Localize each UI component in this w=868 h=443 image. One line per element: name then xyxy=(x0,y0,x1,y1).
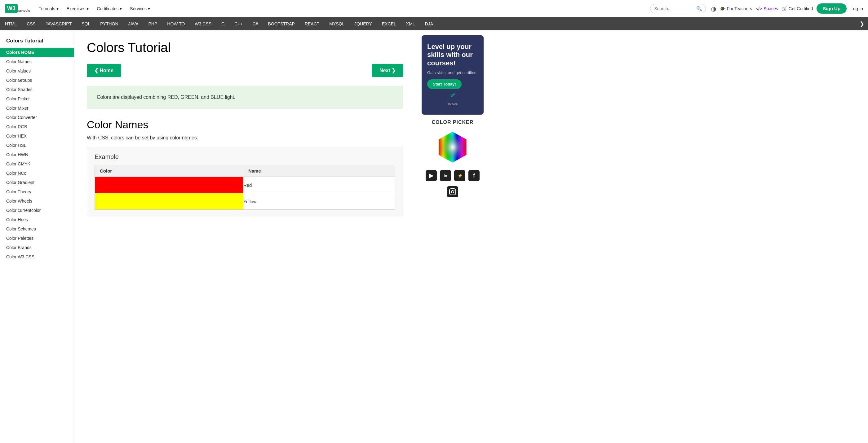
color-swatch xyxy=(95,177,243,193)
sidebar-item-color-w3css[interactable]: Color W3.CSS xyxy=(0,252,74,262)
get-certified-link[interactable]: 🛒 Get Certified xyxy=(782,6,813,11)
color-picker-icon xyxy=(436,130,470,164)
lang-bar-next-arrow[interactable]: ❯ xyxy=(856,21,868,27)
main-layout: Colors Tutorial Colors HOME Color Names … xyxy=(0,30,868,443)
sidebar: Colors Tutorial Colors HOME Color Names … xyxy=(0,30,74,443)
sidebar-item-color-hsl[interactable]: Color HSL xyxy=(0,141,74,150)
lang-w3css[interactable]: W3.CSS xyxy=(190,18,216,30)
right-sidebar: Level up your skills with our courses! G… xyxy=(415,30,490,443)
color-name-cell: Yellow xyxy=(243,193,395,210)
nav-services[interactable]: Services ▾ xyxy=(126,4,154,13)
sidebar-item-color-wheels[interactable]: Color Wheels xyxy=(0,196,74,206)
sidebar-item-color-shades[interactable]: Color Shades xyxy=(0,85,74,94)
sidebar-item-colors-home[interactable]: Colors HOME xyxy=(0,48,74,57)
ad-logo: W3 schools xyxy=(427,93,478,109)
section-desc: With CSS, colors can be set by using col… xyxy=(87,135,403,141)
ad-subtitle: Gain skills, and get certified. xyxy=(427,70,478,75)
lang-java[interactable]: JAVA xyxy=(123,18,144,30)
sidebar-item-color-rgb[interactable]: Color RGB xyxy=(0,122,74,131)
svg-point-6 xyxy=(454,190,455,190)
linkedin-icon[interactable]: in xyxy=(440,170,451,181)
lang-sql[interactable]: SQL xyxy=(76,18,95,30)
sidebar-item-color-mixer[interactable]: Color Mixer xyxy=(0,103,74,113)
svg-rect-4 xyxy=(450,189,456,195)
youtube-icon[interactable]: ▶ xyxy=(426,170,437,181)
table-row: Yellow xyxy=(95,193,395,210)
top-nav: W3 schools Tutorials ▾ Exercises ▾ Certi… xyxy=(0,0,868,18)
ad-logo-text: W3 xyxy=(451,94,455,97)
discord-icon[interactable]: ⚡ xyxy=(454,170,465,181)
sidebar-item-color-theory[interactable]: Color Theory xyxy=(0,187,74,196)
table-header-color: Color xyxy=(95,165,243,177)
facebook-icon[interactable]: f xyxy=(468,170,479,181)
logo[interactable]: W3 schools xyxy=(5,4,30,13)
info-box: Colors are displayed combining RED, GREE… xyxy=(87,86,403,109)
sidebar-item-color-cmyk[interactable]: Color CMYK xyxy=(0,159,74,169)
spaces-link[interactable]: </> Spaces xyxy=(756,6,778,11)
login-button[interactable]: Log in xyxy=(850,6,863,11)
sidebar-item-color-names[interactable]: Color Names xyxy=(0,57,74,66)
sidebar-item-color-currentcolor[interactable]: Color currentcolor xyxy=(0,206,74,215)
sidebar-item-color-hwb[interactable]: Color HWB xyxy=(0,150,74,159)
main-content: Colors Tutorial ❮ Home Next ❯ Colors are… xyxy=(74,30,415,443)
ad-start-button[interactable]: Start Today! xyxy=(427,79,462,89)
info-text: Colors are displayed combining RED, GREE… xyxy=(97,95,235,100)
nav-menu: Tutorials ▾ Exercises ▾ Certificates ▾ S… xyxy=(35,4,648,13)
nav-buttons: ❮ Home Next ❯ xyxy=(87,64,403,77)
instagram-icon[interactable] xyxy=(447,186,458,197)
spaces-icon: </> xyxy=(756,6,762,11)
lang-css[interactable]: CSS xyxy=(22,18,41,30)
next-button[interactable]: Next ❯ xyxy=(372,64,403,77)
sidebar-item-color-converter[interactable]: Color Converter xyxy=(0,113,74,122)
sidebar-item-color-brands[interactable]: Color Brands xyxy=(0,243,74,252)
lang-bootstrap[interactable]: BOOTSTRAP xyxy=(263,18,300,30)
nav-exercises[interactable]: Exercises ▾ xyxy=(63,4,93,13)
sidebar-item-color-hues[interactable]: Color Hues xyxy=(0,215,74,224)
sidebar-item-color-gradient[interactable]: Color Gradient xyxy=(0,178,74,187)
example-label: Example xyxy=(95,154,395,161)
sidebar-item-color-picker[interactable]: Color Picker xyxy=(0,94,74,103)
ad-logo-sub: schools xyxy=(448,102,457,105)
sidebar-item-color-hex[interactable]: Color HEX xyxy=(0,131,74,141)
lang-php[interactable]: PHP xyxy=(144,18,162,30)
sidebar-item-color-schemes[interactable]: Color Schemes xyxy=(0,224,74,234)
signup-button[interactable]: Sign Up xyxy=(816,3,847,13)
sidebar-item-color-ncol[interactable]: Color NCol xyxy=(0,169,74,178)
color-swatch-cell xyxy=(95,193,243,210)
nav-certificates[interactable]: Certificates ▾ xyxy=(93,4,126,13)
lang-howto[interactable]: HOW TO xyxy=(162,18,190,30)
table-header-name: Name xyxy=(243,165,395,177)
lang-jquery[interactable]: JQUERY xyxy=(349,18,377,30)
lang-dja[interactable]: DJA xyxy=(420,18,438,30)
lang-excel[interactable]: EXCEL xyxy=(377,18,401,30)
search-box[interactable]: 🔍 xyxy=(650,4,706,13)
lang-csharp[interactable]: C# xyxy=(248,18,263,30)
color-table: Color Name RedYellow xyxy=(95,165,395,210)
search-input[interactable] xyxy=(654,6,694,11)
lang-c[interactable]: C xyxy=(216,18,229,30)
lang-react[interactable]: REACT xyxy=(300,18,324,30)
home-button[interactable]: ❮ Home xyxy=(87,64,121,77)
sidebar-item-color-groups[interactable]: Color Groups xyxy=(0,76,74,85)
color-swatch-cell xyxy=(95,177,243,193)
lang-xml[interactable]: XML xyxy=(401,18,420,30)
nav-tutorials[interactable]: Tutorials ▾ xyxy=(35,4,62,13)
sidebar-item-color-palettes[interactable]: Color Palettes xyxy=(0,234,74,243)
sidebar-item-color-values[interactable]: Color Values xyxy=(0,66,74,76)
lang-html[interactable]: HTML xyxy=(0,18,22,30)
table-row: Red xyxy=(95,177,395,193)
color-name-cell: Red xyxy=(243,177,395,193)
for-teachers-link[interactable]: 🎓 For Teachers xyxy=(720,6,752,11)
lang-javascript[interactable]: JAVASCRIPT xyxy=(41,18,76,30)
lang-cpp[interactable]: C++ xyxy=(229,18,247,30)
contrast-button[interactable]: ◑ xyxy=(711,5,716,12)
lang-mysql[interactable]: MYSQL xyxy=(324,18,349,30)
cart-icon: 🛒 xyxy=(782,6,787,11)
color-picker-hex[interactable] xyxy=(436,130,470,165)
example-box: Example Color Name RedYellow xyxy=(87,147,403,216)
page-title: Colors Tutorial xyxy=(87,40,403,55)
ad-title: Level up your skills with our courses! xyxy=(427,43,478,67)
language-bar: HTML CSS JAVASCRIPT SQL PYTHON JAVA PHP … xyxy=(0,18,868,30)
lang-python[interactable]: PYTHON xyxy=(95,18,123,30)
nav-right: ◑ 🎓 For Teachers </> Spaces 🛒 Get Certif… xyxy=(711,3,863,13)
